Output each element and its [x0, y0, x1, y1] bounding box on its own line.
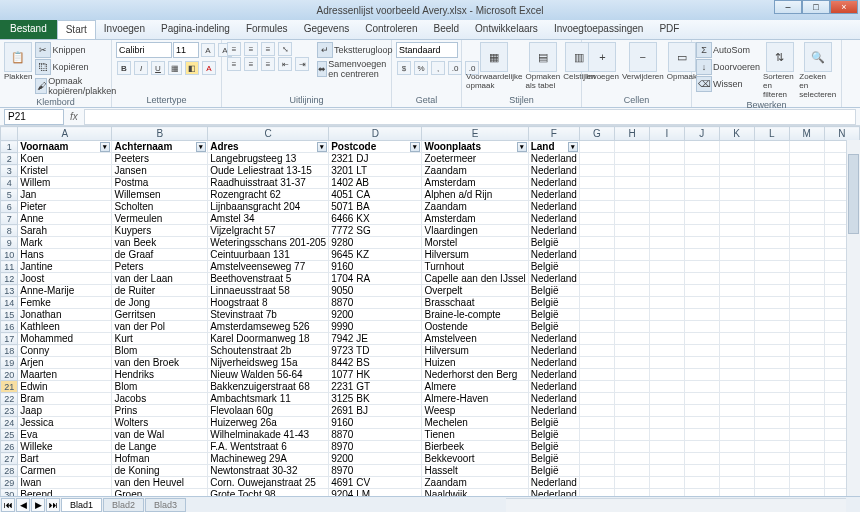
cell[interactable] [754, 465, 789, 477]
cell[interactable] [614, 249, 649, 261]
paste-button[interactable]: 📋Plakken [4, 42, 32, 81]
cell[interactable] [614, 213, 649, 225]
cell[interactable] [719, 177, 754, 189]
cell[interactable] [719, 309, 754, 321]
cell[interactable] [579, 285, 614, 297]
cell[interactable] [684, 405, 719, 417]
cell[interactable] [789, 249, 824, 261]
cell[interactable] [719, 249, 754, 261]
cell[interactable] [650, 465, 685, 477]
filter-button[interactable]: ▾ [568, 142, 578, 152]
filter-button[interactable]: ▾ [100, 142, 110, 152]
cell[interactable] [650, 297, 685, 309]
cell[interactable]: Mark [18, 237, 112, 249]
cell[interactable] [684, 201, 719, 213]
cell[interactable] [684, 297, 719, 309]
cell[interactable]: Anne [18, 213, 112, 225]
worksheet-grid[interactable]: ABCDEFGHIJKLMN1Voornaam▾Achternaam▾Adres… [0, 126, 860, 512]
cell[interactable] [789, 225, 824, 237]
cell[interactable]: van Beek [112, 237, 208, 249]
tab-ontwikkelaars[interactable]: Ontwikkelaars [467, 20, 546, 39]
row-header-29[interactable]: 29 [1, 477, 18, 489]
col-header-M[interactable]: M [789, 127, 824, 141]
cell[interactable] [684, 153, 719, 165]
cell[interactable]: van de Wal [112, 429, 208, 441]
filter-button[interactable]: ▾ [517, 142, 527, 152]
cell[interactable] [614, 165, 649, 177]
cell[interactable] [684, 465, 719, 477]
cell[interactable]: Nederland [528, 477, 579, 489]
fill-button[interactable]: ↓Doorvoeren [696, 59, 760, 75]
cell[interactable] [789, 417, 824, 429]
align-center-button[interactable]: ≡ [244, 57, 258, 71]
cell[interactable]: 1402 AB [329, 177, 422, 189]
cell[interactable]: Zoetermeer [422, 153, 528, 165]
cell[interactable] [719, 261, 754, 273]
cell[interactable] [719, 213, 754, 225]
cell[interactable]: Jan [18, 189, 112, 201]
cell[interactable] [650, 285, 685, 297]
tab-gegevens[interactable]: Gegevens [296, 20, 358, 39]
cell[interactable] [789, 213, 824, 225]
cell[interactable] [754, 237, 789, 249]
cell[interactable]: Hendriks [112, 369, 208, 381]
cell[interactable] [684, 261, 719, 273]
col-header-N[interactable]: N [824, 127, 859, 141]
cell[interactable] [614, 345, 649, 357]
cell[interactable] [754, 405, 789, 417]
cell[interactable] [684, 249, 719, 261]
cell[interactable] [579, 405, 614, 417]
cell[interactable]: Jantine [18, 261, 112, 273]
cell[interactable]: België [528, 309, 579, 321]
percent-button[interactable]: % [414, 61, 428, 75]
cell[interactable]: Kristel [18, 165, 112, 177]
cell[interactable] [579, 453, 614, 465]
header-cell[interactable] [614, 141, 649, 153]
cell[interactable]: 9990 [329, 321, 422, 333]
cell[interactable] [754, 273, 789, 285]
header-cell[interactable]: Achternaam▾ [112, 141, 208, 153]
cell[interactable] [754, 177, 789, 189]
cell[interactable]: Willemsen [112, 189, 208, 201]
cell[interactable] [754, 225, 789, 237]
cell[interactable] [614, 453, 649, 465]
row-header-25[interactable]: 25 [1, 429, 18, 441]
cell[interactable] [579, 381, 614, 393]
cell[interactable] [579, 321, 614, 333]
cell[interactable] [650, 249, 685, 261]
cell[interactable] [719, 165, 754, 177]
cell[interactable] [614, 261, 649, 273]
cell[interactable] [754, 357, 789, 369]
cell[interactable] [614, 369, 649, 381]
cell[interactable]: Nederland [528, 333, 579, 345]
cell[interactable]: Gerritsen [112, 309, 208, 321]
cell[interactable] [719, 465, 754, 477]
cell[interactable]: 7942 JE [329, 333, 422, 345]
col-header-L[interactable]: L [754, 127, 789, 141]
cell[interactable] [579, 441, 614, 453]
cell[interactable] [719, 345, 754, 357]
copy-button[interactable]: ⿻Kopiëren [35, 59, 120, 75]
cell[interactable] [719, 441, 754, 453]
row-header-7[interactable]: 7 [1, 213, 18, 225]
filter-button[interactable]: ▾ [196, 142, 206, 152]
wrap-text-button[interactable]: ↵Tekstterugloop [317, 42, 393, 58]
cell[interactable]: Kathleen [18, 321, 112, 333]
cell[interactable] [754, 189, 789, 201]
cell[interactable] [684, 165, 719, 177]
cell[interactable] [650, 189, 685, 201]
col-header-H[interactable]: H [614, 127, 649, 141]
cell[interactable]: Nederland [528, 345, 579, 357]
cell[interactable] [579, 297, 614, 309]
cell[interactable] [684, 429, 719, 441]
cell[interactable]: 9200 [329, 453, 422, 465]
cell[interactable] [684, 417, 719, 429]
cell[interactable] [579, 249, 614, 261]
cell[interactable]: Karel Doormanweg 18 [208, 333, 329, 345]
cell[interactable] [789, 405, 824, 417]
cell[interactable] [719, 429, 754, 441]
row-header-14[interactable]: 14 [1, 297, 18, 309]
cell[interactable]: België [528, 429, 579, 441]
cell[interactable]: Linnaeusstraat 58 [208, 285, 329, 297]
cell[interactable]: 8870 [329, 297, 422, 309]
